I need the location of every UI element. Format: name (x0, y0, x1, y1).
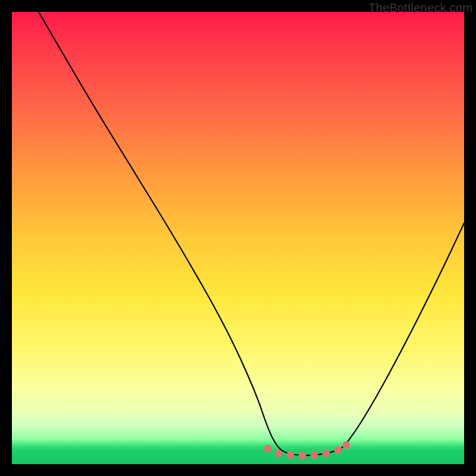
marker-dot (287, 452, 295, 459)
flat-region-markers (264, 441, 350, 460)
curve-layer (12, 12, 464, 464)
marker-dot (322, 450, 330, 458)
marker-dot (311, 452, 318, 459)
marker-dot (275, 450, 283, 458)
chart-stage: TheBottleneck.com (0, 0, 476, 476)
marker-dot (264, 445, 272, 453)
plot-area (12, 12, 464, 464)
marker-dot (299, 452, 306, 460)
bottleneck-curve (39, 12, 464, 455)
marker-dot (334, 446, 342, 454)
marker-dot (343, 441, 350, 449)
